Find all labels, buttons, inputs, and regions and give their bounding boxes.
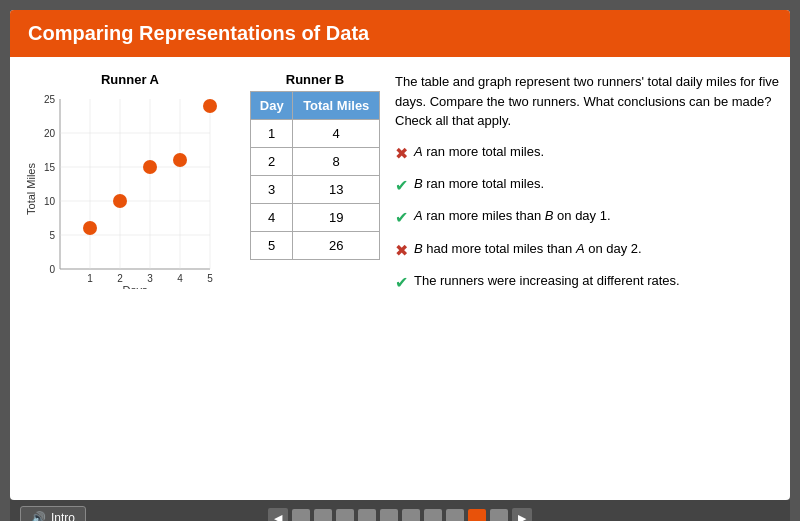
table-title: Runner B bbox=[250, 72, 380, 87]
answer-item-2: ✔B ran more total miles. bbox=[395, 175, 780, 197]
svg-text:5: 5 bbox=[207, 273, 213, 284]
cell-miles: 13 bbox=[293, 176, 380, 204]
graph-section: Runner A 0 5 10 15 20 bbox=[25, 72, 235, 490]
svg-point-24 bbox=[83, 221, 97, 235]
cell-day: 3 bbox=[251, 176, 293, 204]
nav-box-4[interactable] bbox=[358, 509, 376, 521]
answer-text: A ran more miles than B on day 1. bbox=[414, 207, 611, 225]
svg-text:Days: Days bbox=[122, 284, 148, 289]
scatter-plot: 0 5 10 15 20 25 1 2 3 4 5 Days bbox=[25, 89, 225, 289]
svg-text:15: 15 bbox=[44, 162, 56, 173]
page-title: Comparing Representations of Data bbox=[28, 22, 369, 44]
answer-item-3: ✔A ran more miles than B on day 1. bbox=[395, 207, 780, 229]
svg-text:3: 3 bbox=[147, 273, 153, 284]
nav-next-button[interactable]: ▶ bbox=[512, 508, 532, 521]
intro-label: Intro bbox=[51, 511, 75, 521]
nav-box-10[interactable] bbox=[490, 509, 508, 521]
cell-miles: 8 bbox=[293, 148, 380, 176]
intro-button[interactable]: 🔊 Intro bbox=[20, 506, 86, 521]
page-header: Comparing Representations of Data bbox=[10, 10, 790, 57]
svg-text:20: 20 bbox=[44, 128, 56, 139]
x-icon: ✖ bbox=[395, 143, 408, 165]
cell-miles: 19 bbox=[293, 204, 380, 232]
question-prompt: The table and graph represent two runner… bbox=[395, 72, 780, 131]
nav-prev-button[interactable]: ◀ bbox=[268, 508, 288, 521]
nav-box-1[interactable] bbox=[292, 509, 310, 521]
cell-day: 2 bbox=[251, 148, 293, 176]
svg-text:Total Miles: Total Miles bbox=[25, 163, 37, 215]
svg-text:25: 25 bbox=[44, 94, 56, 105]
answer-item-1: ✖A ran more total miles. bbox=[395, 143, 780, 165]
answers-container: ✖A ran more total miles.✔B ran more tota… bbox=[395, 143, 780, 295]
nav-box-6[interactable] bbox=[402, 509, 420, 521]
svg-text:0: 0 bbox=[49, 264, 55, 275]
table-section: Runner B Day Total Miles 1428313419526 bbox=[250, 72, 380, 490]
data-table: Day Total Miles 1428313419526 bbox=[250, 91, 380, 260]
table-row: 526 bbox=[251, 232, 380, 260]
nav-box-8[interactable] bbox=[446, 509, 464, 521]
answer-item-4: ✖B had more total miles than A on day 2. bbox=[395, 240, 780, 262]
svg-text:5: 5 bbox=[49, 230, 55, 241]
svg-point-26 bbox=[143, 160, 157, 174]
nav-box-7[interactable] bbox=[424, 509, 442, 521]
cell-miles: 26 bbox=[293, 232, 380, 260]
svg-text:10: 10 bbox=[44, 196, 56, 207]
graph-title: Runner A bbox=[25, 72, 235, 87]
table-row: 419 bbox=[251, 204, 380, 232]
table-row: 28 bbox=[251, 148, 380, 176]
x-icon: ✖ bbox=[395, 240, 408, 262]
table-row: 313 bbox=[251, 176, 380, 204]
svg-text:4: 4 bbox=[177, 273, 183, 284]
svg-point-25 bbox=[113, 194, 127, 208]
nav-section: ◀ ▶ bbox=[268, 508, 532, 521]
check-icon: ✔ bbox=[395, 207, 408, 229]
answer-text: B had more total miles than A on day 2. bbox=[414, 240, 642, 258]
col-miles: Total Miles bbox=[293, 92, 380, 120]
nav-box-3[interactable] bbox=[336, 509, 354, 521]
svg-text:1: 1 bbox=[87, 273, 93, 284]
svg-text:2: 2 bbox=[117, 273, 123, 284]
questions-section: The table and graph represent two runner… bbox=[395, 72, 780, 490]
answer-text: A ran more total miles. bbox=[414, 143, 544, 161]
cell-day: 1 bbox=[251, 120, 293, 148]
answer-item-5: ✔The runners were increasing at differen… bbox=[395, 272, 780, 294]
cell-day: 5 bbox=[251, 232, 293, 260]
speaker-icon: 🔊 bbox=[31, 511, 46, 521]
table-row: 14 bbox=[251, 120, 380, 148]
cell-day: 4 bbox=[251, 204, 293, 232]
bottom-bar: 🔊 Intro ◀ ▶ bbox=[10, 500, 790, 521]
nav-box-2[interactable] bbox=[314, 509, 332, 521]
check-icon: ✔ bbox=[395, 175, 408, 197]
svg-point-28 bbox=[203, 99, 217, 113]
cell-miles: 4 bbox=[293, 120, 380, 148]
answer-text: The runners were increasing at different… bbox=[414, 272, 680, 290]
nav-box-5[interactable] bbox=[380, 509, 398, 521]
col-day: Day bbox=[251, 92, 293, 120]
check-icon: ✔ bbox=[395, 272, 408, 294]
answer-text: B ran more total miles. bbox=[414, 175, 544, 193]
nav-box-9[interactable] bbox=[468, 509, 486, 521]
svg-point-27 bbox=[173, 153, 187, 167]
